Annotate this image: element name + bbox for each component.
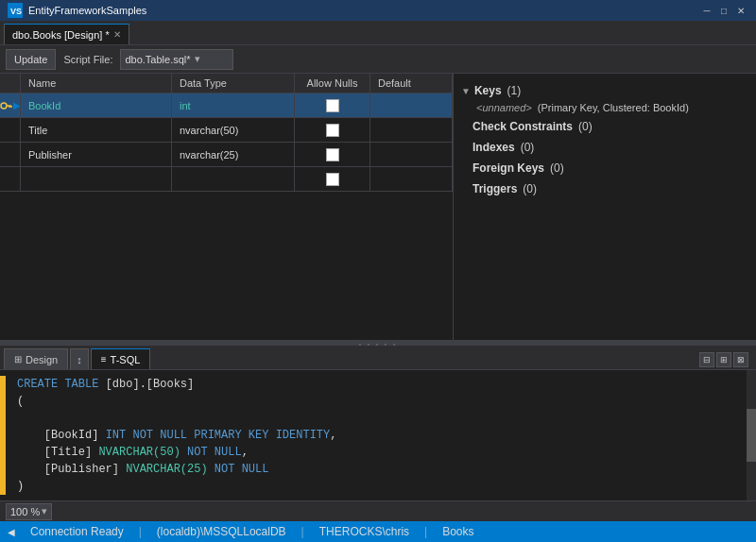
main-content: Name Data Type Allow Nulls Default (0, 74, 756, 340)
keys-count: (1) (507, 84, 522, 97)
dropdown-arrow-icon: ▾ (195, 53, 230, 65)
row-default[interactable] (370, 143, 453, 166)
app-icon: VS (8, 3, 23, 18)
row-allownulls[interactable] (295, 143, 370, 166)
table-row[interactable]: ▶ BookId int (0, 93, 453, 118)
code-lines: CREATE TABLE [dbo].[Books] ( [BookId] IN… (13, 376, 756, 495)
tab-sort[interactable]: ↕ (70, 348, 89, 369)
zoom-dropdown[interactable]: 100 % ▾ (6, 503, 52, 520)
keys-section: ▼ Keys (1) <unnamed> (Primary Key, Clust… (461, 81, 748, 115)
panel-layout-btn3[interactable]: ⊠ (733, 352, 748, 367)
script-file-label: Script File: (63, 54, 112, 65)
connection-status: Connection Ready (30, 525, 124, 538)
maximize-button[interactable]: □ (716, 4, 731, 17)
tab-close-button[interactable]: ✕ (113, 29, 121, 40)
triggers-header[interactable]: ▶ Triggers (0) (461, 179, 748, 198)
design-tab-label: Design (26, 354, 58, 365)
allownulls-checkbox[interactable] (326, 173, 339, 186)
allownulls-checkbox[interactable] (326, 124, 339, 137)
col-header-indicator (0, 74, 21, 93)
key-unnamed: <unnamed> (476, 102, 532, 113)
triggers-label: Triggers (472, 182, 517, 195)
close-button[interactable]: ✕ (733, 4, 748, 17)
script-file-value: dbo.Table.sql* (125, 54, 190, 65)
svg-text:VS: VS (10, 7, 22, 16)
code-editor[interactable]: CREATE TABLE [dbo].[Books] ( [BookId] IN… (0, 370, 756, 500)
fk-count: (0) (550, 161, 564, 175)
row-default[interactable] (370, 167, 453, 191)
triggers-count: (0) (523, 182, 537, 195)
connection-icon: ◀ (8, 527, 15, 537)
table-row[interactable]: Publisher nvarchar(25) (0, 143, 453, 167)
status-separator3: | (424, 525, 427, 538)
table-designer: Name Data Type Allow Nulls Default (0, 74, 454, 340)
script-file-dropdown[interactable]: dbo.Table.sql* ▾ (120, 49, 233, 70)
minimize-button[interactable]: ─ (699, 4, 714, 17)
table-row[interactable]: Title nvarchar(50) (0, 118, 453, 143)
keys-label: Keys (474, 84, 502, 97)
panel-layout-btn2[interactable]: ⊞ (716, 352, 731, 367)
fk-label: Foreign Keys (472, 161, 544, 175)
row-default[interactable] (370, 93, 453, 117)
triggers-section: ▶ Triggers (0) (461, 179, 748, 198)
indexes-label: Indexes (472, 141, 515, 154)
grid-header: Name Data Type Allow Nulls Default (0, 74, 453, 93)
title-bar: VS EntityFrameworkSamples ─ □ ✕ (0, 0, 756, 21)
status-bar: ◀ Connection Ready | (localdb)\MSSQLLoca… (0, 521, 756, 542)
tab-tsql[interactable]: ≡ T-SQL (91, 348, 151, 369)
row-indicator: ▶ (0, 93, 21, 117)
tsql-tab-icon: ≡ (101, 354, 107, 364)
keys-section-content: <unnamed> (Primary Key, Clustered: BookI… (461, 100, 748, 115)
col-header-default: Default (370, 74, 453, 93)
bottom-panel: • • • • • ⊞ Design ↕ ≡ T-SQL ⊟ ⊞ ⊠ C (0, 340, 756, 521)
tab-design[interactable]: ⊞ Design (4, 348, 68, 369)
indexes-count: (0) (521, 141, 535, 154)
update-button[interactable]: Update (6, 49, 56, 70)
col-header-name: Name (21, 74, 172, 93)
code-line: ( (17, 393, 752, 410)
row-allownulls[interactable] (295, 167, 370, 191)
row-name[interactable] (21, 167, 172, 191)
foreign-keys-header[interactable]: ▶ Foreign Keys (0) (461, 159, 748, 178)
code-punct: ( (17, 395, 24, 408)
arrow-icon: ▶ (13, 100, 21, 110)
status-separator1: | (139, 525, 142, 538)
allownulls-checkbox[interactable] (326, 99, 339, 112)
row-name[interactable]: Publisher (21, 143, 172, 166)
row-default[interactable] (370, 118, 453, 142)
row-datatype[interactable] (172, 167, 295, 191)
row-allownulls[interactable] (295, 93, 370, 117)
user-name: THEROCKS\chris (319, 525, 409, 538)
col-header-allownulls: Allow Nulls (295, 74, 370, 93)
keys-section-header[interactable]: ▼ Keys (1) (461, 81, 748, 100)
check-constraints-header[interactable]: ▶ Check Constraints (0) (461, 117, 748, 136)
zoom-value: 100 % (10, 506, 40, 517)
key-item: <unnamed> (Primary Key, Clustered: BookI… (476, 100, 748, 115)
code-keyword: CREATE TABLE (17, 378, 106, 391)
row-indicator (0, 143, 21, 166)
indexes-header[interactable]: ▶ Indexes (0) (461, 138, 748, 157)
check-count: (0) (578, 120, 593, 133)
code-gutter (0, 376, 6, 495)
code-line (17, 410, 752, 427)
row-datatype[interactable]: nvarchar(25) (172, 143, 295, 166)
vertical-scrollbar[interactable] (747, 370, 756, 500)
row-name[interactable]: Title (21, 118, 172, 142)
tab-bar: dbo.Books [Design] * ✕ (0, 21, 756, 45)
panel-layout-btn1[interactable]: ⊟ (699, 352, 714, 367)
row-datatype[interactable]: nvarchar(50) (172, 118, 295, 142)
zoom-arrow-icon: ▾ (42, 505, 47, 517)
table-row[interactable] (0, 167, 453, 192)
code-ident: [dbo].[Books] (106, 378, 195, 391)
keys-arrow-icon: ▼ (461, 86, 471, 96)
scrollbar-thumb[interactable] (747, 409, 756, 461)
status-separator2: | (301, 525, 304, 538)
toolbar: Update Script File: dbo.Table.sql* ▾ (0, 45, 756, 74)
row-datatype[interactable]: int (172, 93, 295, 117)
design-tab[interactable]: dbo.Books [Design] * ✕ (4, 24, 129, 44)
app-title: EntityFrameworkSamples (28, 5, 694, 16)
row-allownulls[interactable] (295, 118, 370, 142)
properties-panel: ▼ Keys (1) <unnamed> (Primary Key, Clust… (454, 74, 756, 340)
row-name[interactable]: BookId (21, 93, 172, 117)
allownulls-checkbox[interactable] (326, 148, 339, 161)
